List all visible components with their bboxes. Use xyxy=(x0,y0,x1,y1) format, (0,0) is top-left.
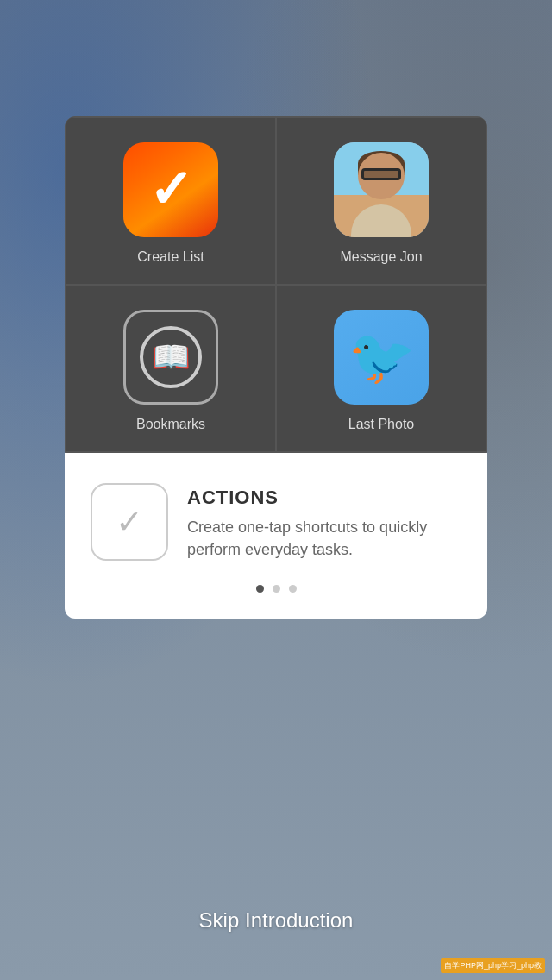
watermark: 自学PHP网_php学习_php教 xyxy=(441,958,545,973)
checkmark-outline-icon: ✓ xyxy=(116,503,143,541)
last-photo-label: Last Photo xyxy=(348,417,415,432)
dot-1 xyxy=(256,585,264,593)
info-text: ACTIONS Create one-tap shortcuts to quic… xyxy=(187,483,461,561)
person-face xyxy=(334,142,429,237)
skip-introduction-label[interactable]: Skip Introduction xyxy=(199,908,354,932)
book-icon: 📖 xyxy=(152,339,191,375)
actions-icon: ✓ xyxy=(91,483,168,561)
app-cell-create-list[interactable]: Create List xyxy=(66,117,276,285)
actions-title: ACTIONS xyxy=(187,487,461,509)
app-cell-message-jon[interactable]: Message Jon xyxy=(276,117,486,285)
twitter-bird-icon: 🐦 xyxy=(348,326,415,388)
create-list-icon xyxy=(123,142,218,237)
bookmarks-icon: 📖 xyxy=(123,310,218,405)
twitter-icon: 🐦 xyxy=(334,310,429,405)
app-cell-bookmarks[interactable]: 📖 Bookmarks xyxy=(66,285,276,452)
skip-introduction-button[interactable]: Skip Introduction xyxy=(0,908,552,933)
bookmark-symbol: 📖 xyxy=(140,326,202,388)
app-cell-last-photo[interactable]: 🐦 Last Photo xyxy=(276,285,486,452)
message-jon-label: Message Jon xyxy=(340,249,422,265)
person-glasses xyxy=(361,168,401,180)
dot-3 xyxy=(289,585,297,593)
pagination-dots xyxy=(256,585,297,593)
main-card: Create List Message Jon 📖 Bookmarks xyxy=(65,116,487,619)
create-list-label: Create List xyxy=(137,249,204,265)
app-grid: Create List Message Jon 📖 Bookmarks xyxy=(65,116,487,453)
info-content: ✓ ACTIONS Create one-tap shortcuts to qu… xyxy=(91,483,461,561)
actions-description: Create one-tap shortcuts to quickly perf… xyxy=(187,516,461,561)
info-panel: ✓ ACTIONS Create one-tap shortcuts to qu… xyxy=(65,453,487,619)
person-body xyxy=(351,204,411,237)
bookmarks-label: Bookmarks xyxy=(136,417,205,432)
dot-2 xyxy=(273,585,280,593)
contact-photo-icon xyxy=(334,142,429,237)
